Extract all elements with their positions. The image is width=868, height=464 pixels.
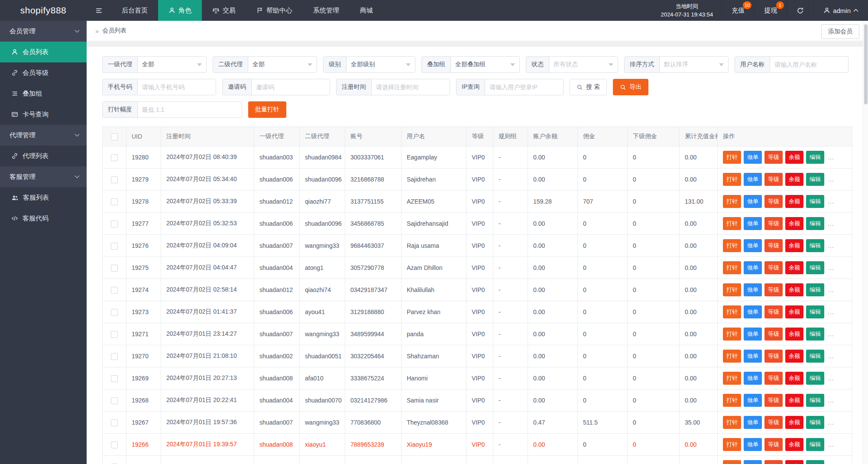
sidebar-item-客服列表[interactable]: 客服列表 (0, 187, 87, 208)
row-checkbox[interactable] (111, 353, 118, 360)
action-余额-button[interactable]: 余额 (785, 173, 803, 186)
more-actions-button[interactable]: ... (827, 198, 834, 205)
action-编辑-button[interactable]: 编辑 (806, 195, 824, 208)
二级代理-select[interactable]: 全部 (248, 57, 317, 72)
action-打针-button[interactable]: 打针 (723, 438, 741, 451)
action-打针-button[interactable]: 打针 (723, 283, 741, 296)
action-打针-button[interactable]: 打针 (723, 372, 741, 385)
action-等级-button[interactable]: 等级 (764, 460, 783, 464)
page-scrollbar[interactable] (863, 21, 868, 464)
sidebar-item-叠加组[interactable]: 叠加组 (0, 83, 87, 104)
action-打针-button[interactable]: 打针 (723, 217, 741, 230)
row-checkbox[interactable] (111, 265, 118, 272)
sidebar-section-2[interactable]: 客服管理 (0, 166, 87, 187)
action-等级-button[interactable]: 等级 (764, 239, 783, 252)
more-actions-button[interactable]: ... (827, 375, 834, 382)
action-等级-button[interactable]: 等级 (764, 305, 783, 318)
row-checkbox[interactable] (111, 331, 118, 338)
refresh-button[interactable] (787, 0, 813, 21)
action-做单-button[interactable]: 做单 (744, 261, 762, 274)
more-actions-button[interactable]: ... (827, 419, 834, 426)
action-做单-button[interactable]: 做单 (744, 283, 762, 296)
action-做单-button[interactable]: 做单 (744, 394, 762, 407)
action-做单-button[interactable]: 做单 (744, 372, 762, 385)
more-actions-button[interactable]: ... (827, 397, 834, 404)
sidebar-item-客服代码[interactable]: 客服代码 (0, 208, 87, 229)
叠加组-select[interactable]: 全部叠加组 (451, 57, 519, 72)
sidebar-item-会员等级[interactable]: 会员等级 (0, 62, 87, 83)
top-nav-role[interactable]: 角色 (158, 0, 202, 21)
action-余额-button[interactable]: 余额 (785, 305, 803, 318)
action-编辑-button[interactable]: 编辑 (806, 283, 824, 296)
action-余额-button[interactable]: 余额 (785, 195, 803, 208)
scrollbar-thumb[interactable] (864, 24, 868, 104)
inject-range-input[interactable] (138, 102, 242, 117)
more-actions-button[interactable]: ... (827, 286, 834, 293)
more-actions-button[interactable]: ... (827, 242, 834, 249)
sidebar-item-卡号查询[interactable]: 卡号查询 (0, 104, 87, 125)
级别-select[interactable]: 全部级别 (347, 57, 415, 72)
action-余额-button[interactable]: 余额 (785, 438, 803, 451)
action-编辑-button[interactable]: 编辑 (806, 151, 824, 164)
action-余额-button[interactable]: 余额 (785, 350, 803, 363)
action-等级-button[interactable]: 等级 (764, 394, 783, 407)
action-等级-button[interactable]: 等级 (764, 261, 783, 274)
top-nav-home[interactable]: 后台首页 (111, 0, 158, 21)
more-actions-button[interactable]: ... (827, 176, 834, 183)
action-等级-button[interactable]: 等级 (764, 195, 783, 208)
row-checkbox[interactable] (111, 154, 118, 161)
action-等级-button[interactable]: 等级 (764, 173, 783, 186)
邀请码-input[interactable] (252, 79, 330, 95)
action-做单-button[interactable]: 做单 (744, 217, 762, 230)
action-等级-button[interactable]: 等级 (764, 283, 783, 296)
admin-menu[interactable]: admin (813, 0, 868, 21)
row-checkbox[interactable] (111, 243, 118, 250)
action-余额-button[interactable]: 余额 (785, 372, 803, 385)
more-actions-button[interactable]: ... (827, 331, 834, 337)
action-打针-button[interactable]: 打针 (723, 173, 741, 186)
row-checkbox[interactable] (111, 198, 118, 205)
batch-inject-button[interactable]: 批量打针 (248, 101, 286, 118)
sidebar-section-1[interactable]: 代理管理 (0, 125, 87, 146)
action-打针-button[interactable]: 打针 (723, 350, 741, 363)
action-编辑-button[interactable]: 编辑 (806, 217, 824, 230)
action-编辑-button[interactable]: 编辑 (806, 350, 824, 363)
action-等级-button[interactable]: 等级 (764, 438, 783, 451)
action-余额-button[interactable]: 余额 (785, 328, 803, 341)
more-actions-button[interactable]: ... (827, 154, 834, 161)
action-编辑-button[interactable]: 编辑 (806, 305, 824, 318)
sidebar-section-0[interactable]: 会员管理 (0, 21, 87, 42)
top-nav-trade[interactable]: 交易 (202, 0, 246, 21)
action-做单-button[interactable]: 做单 (744, 239, 762, 252)
action-编辑-button[interactable]: 编辑 (806, 460, 824, 464)
action-编辑-button[interactable]: 编辑 (806, 328, 824, 341)
action-余额-button[interactable]: 余额 (785, 151, 803, 164)
add-member-button[interactable]: 添加会员 (821, 24, 859, 39)
row-checkbox[interactable] (111, 375, 118, 382)
action-等级-button[interactable]: 等级 (764, 416, 783, 429)
action-做单-button[interactable]: 做单 (744, 151, 762, 164)
action-编辑-button[interactable]: 编辑 (806, 416, 824, 429)
action-余额-button[interactable]: 余额 (785, 217, 803, 230)
action-等级-button[interactable]: 等级 (764, 350, 783, 363)
action-余额-button[interactable]: 余额 (785, 416, 803, 429)
action-余额-button[interactable]: 余额 (785, 394, 803, 407)
row-checkbox[interactable] (111, 441, 118, 448)
action-打针-button[interactable]: 打针 (723, 151, 741, 164)
action-打针-button[interactable]: 打针 (723, 416, 741, 429)
more-actions-button[interactable]: ... (827, 220, 834, 227)
action-打针-button[interactable]: 打针 (723, 394, 741, 407)
action-编辑-button[interactable]: 编辑 (806, 394, 824, 407)
action-做单-button[interactable]: 做单 (744, 173, 762, 186)
sidebar-item-会员列表[interactable]: 会员列表 (0, 42, 87, 62)
排序方式-select[interactable]: 默认排序 (660, 57, 728, 72)
top-nav-collapse[interactable] (87, 0, 111, 21)
action-余额-button[interactable]: 余额 (785, 261, 803, 274)
export-button[interactable]: 导出 (613, 79, 648, 95)
状态-select[interactable]: 所有状态 (549, 57, 618, 72)
action-做单-button[interactable]: 做单 (744, 195, 762, 208)
action-做单-button[interactable]: 做单 (744, 416, 762, 429)
action-打针-button[interactable]: 打针 (723, 305, 741, 318)
action-编辑-button[interactable]: 编辑 (806, 239, 824, 252)
more-actions-button[interactable]: ... (827, 441, 834, 448)
